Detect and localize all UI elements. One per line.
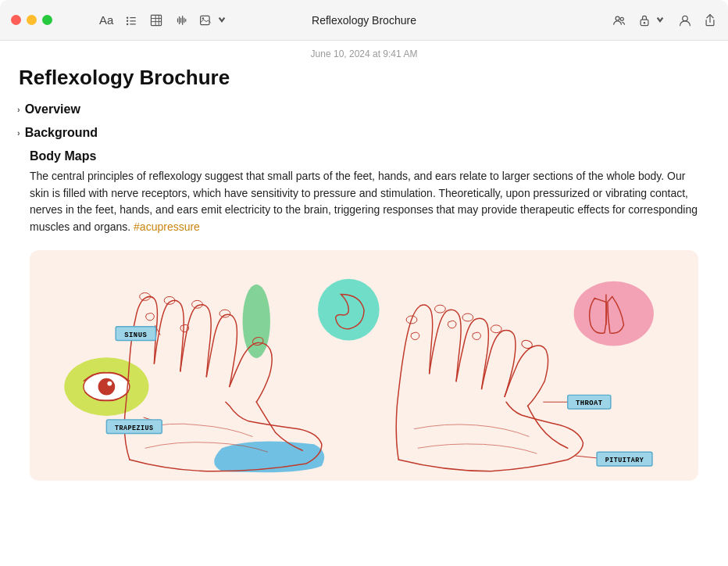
svg-point-30 [107, 381, 112, 385]
body-maps-text: The central principles of reflexology su… [16, 168, 712, 236]
user-svg [678, 13, 692, 27]
date-line: June 10, 2024 at 9:41 AM [0, 41, 728, 66]
hand-image-container: SINUS TRAPEZIUS THROAT PITUITARY [30, 250, 698, 481]
svg-point-21 [620, 17, 623, 20]
svg-point-34 [243, 284, 270, 357]
list-svg [124, 13, 138, 27]
document: June 10, 2024 at 9:41 AM Reflexology Bro… [0, 41, 728, 566]
lock-svg [637, 13, 651, 27]
audio-icon[interactable] [174, 13, 188, 27]
window-title: Reflexology Brochure [312, 14, 416, 27]
section-background[interactable]: › Background [16, 126, 712, 140]
titlebar: Reflexology Brochure Aa [0, 0, 728, 41]
lock-icon[interactable] [637, 13, 667, 27]
section-background-label: Background [25, 126, 98, 140]
share-svg [703, 13, 717, 27]
svg-point-20 [616, 16, 619, 20]
list-icon[interactable] [124, 13, 138, 27]
media-svg [199, 13, 213, 27]
collaborate-svg [612, 13, 626, 27]
svg-text:SINUS: SINUS [124, 331, 147, 339]
svg-point-19 [202, 17, 204, 19]
collaborate-icon[interactable] [612, 13, 626, 27]
toolbar-left: Aa [99, 13, 229, 27]
svg-point-32 [574, 281, 654, 346]
font-size-icon[interactable]: Aa [99, 13, 113, 27]
hashtag[interactable]: #acupressure [134, 220, 200, 233]
svg-point-4 [127, 23, 128, 24]
hand-illustration: SINUS TRAPEZIUS THROAT PITUITARY [30, 250, 698, 481]
svg-text:PITUITARY: PITUITARY [605, 457, 644, 464]
close-button[interactable] [11, 15, 21, 25]
table-icon[interactable] [149, 13, 163, 27]
svg-text:THROAT: THROAT [576, 399, 603, 407]
minimize-button[interactable] [27, 15, 37, 25]
section-overview[interactable]: › Overview [16, 102, 712, 116]
doc-content: Reflexology Brochure › Overview › Backgr… [0, 66, 728, 481]
lock-chevron-icon [653, 13, 667, 27]
fullscreen-button[interactable] [42, 15, 52, 25]
svg-point-29 [98, 378, 116, 395]
svg-point-0 [127, 16, 128, 18]
body-maps-body: The central principles of reflexology su… [30, 170, 698, 233]
user-icon[interactable] [678, 13, 692, 27]
svg-point-24 [683, 16, 688, 21]
svg-text:TRAPEZIUS: TRAPEZIUS [115, 424, 154, 432]
svg-point-2 [127, 20, 128, 21]
table-svg [149, 13, 163, 27]
traffic-lights [11, 15, 52, 25]
chevron-overview-icon: › [17, 105, 20, 114]
section-overview-label: Overview [25, 102, 80, 116]
document-title: Reflexology Brochure [16, 66, 712, 90]
chevron-background-icon: › [17, 128, 20, 138]
toolbar-right [612, 13, 717, 27]
chevron-down-icon [215, 13, 229, 27]
audio-svg [174, 13, 188, 27]
media-icon[interactable] [199, 13, 229, 27]
svg-point-23 [644, 22, 645, 23]
share-icon[interactable] [703, 13, 717, 27]
svg-rect-6 [152, 15, 162, 25]
body-maps-title: Body Maps [16, 149, 712, 163]
